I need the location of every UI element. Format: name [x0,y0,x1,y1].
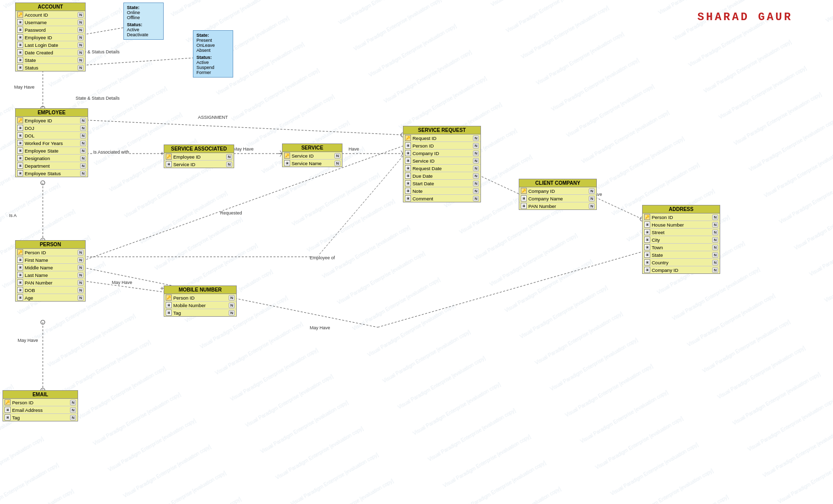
entity-mobile-number-row-0: 🔑 Person ID N [164,294,236,302]
key-icon: 🔑 [17,117,23,123]
field-icon: ▣ [17,287,23,293]
field-icon: ▣ [284,160,290,166]
field-icon: ▣ [17,264,23,270]
entity-service-request-header: SERVICE REQUEST [403,126,480,134]
entity-employee-row-0: 🔑 Employee ID N [16,117,88,124]
entity-client-company: CLIENT COMPANY 🔑 Company ID N ▣ Company … [519,179,597,210]
may-have-label-3: May Have [112,280,132,285]
entity-employee-row-4: ▣ Employee State N [16,147,88,155]
entity-service-request-row-1: ▣ Person ID N [403,142,480,150]
entity-person: PERSON 🔑 Person ID N ▣ First Name N ▣ Mi… [15,240,86,302]
field-icon: ▣ [521,203,527,209]
state-popup-2-line2: Present [196,38,230,43]
entity-service-associated-header: SERVICE ASSOCIATED [164,145,234,153]
entity-service-request-row-7: ▣ Note N [403,187,480,195]
entity-email-row-2: ▣ Tag N [3,414,78,421]
key-icon: 🔑 [521,188,527,194]
entity-address-row-3: ▣ City N [643,236,720,244]
entity-address-row-6: ▣ Country N [643,259,720,266]
may-have-label-2: May Have [233,147,254,152]
field-icon: ▣ [17,57,23,63]
field-icon: ▣ [644,267,650,273]
state-popup-2-line6: Active [196,60,230,65]
key-icon: 🔑 [166,154,172,160]
field-icon: ▣ [17,64,23,70]
field-icon: ▣ [17,163,23,169]
state-popup-1-line1: State: [127,5,160,10]
entity-mobile-number-header: MOBILE NUMBER [164,286,236,294]
entity-employee-row-5: ▣ Designation N [16,155,88,162]
entity-person-row-1: ▣ First Name N [16,256,85,264]
field-icon: ▣ [644,222,650,228]
field-icon: ▣ [644,259,650,265]
entity-person-header: PERSON [16,241,85,249]
state-popup-1-line2: Online [127,10,160,15]
field-icon: ▣ [17,125,23,131]
svg-point-28 [41,181,45,185]
state-popup-2-line3: OnLeave [196,43,230,48]
field-icon: ▣ [5,414,11,420]
entity-account-row-7: ▣ Status N [16,64,85,71]
entity-address-row-7: ▣ Company ID N [643,266,720,273]
may-have-label-1: May Have [14,85,35,90]
entity-mobile-number-row-1: ▣ Mobile Number N [164,302,236,309]
entity-account-row-6: ▣ State N [16,56,85,64]
entity-service-row-1: ▣ Service Name N [283,160,342,167]
field-icon: ▣ [166,302,172,308]
field-icon: ▣ [644,244,650,250]
state-status-details-label-2: State & Status Details [76,96,120,101]
entity-account-row-0: 🔑 Account ID N [16,11,85,19]
entity-person-row-5: ▣ DOB N [16,286,85,294]
state-popup-1-line3: Offline [127,15,160,20]
entity-email-row-1: ▣ Email Address N [3,406,78,414]
assignment-label: ASSIGNMENT [198,115,228,120]
key-icon: 🔑 [5,399,11,405]
entity-account-row-4: ▣ Last Login Date N [16,41,85,49]
field-icon: ▣ [405,173,411,179]
field-icon: ▣ [644,237,650,243]
is-a-label: Is A [9,213,17,218]
entity-account-row-5: ▣ Date Created N [16,49,85,56]
key-icon: 🔑 [166,295,172,301]
state-popup-1: State: Online Offline Status: Active Dea… [123,3,164,40]
svg-line-35 [317,156,403,257]
entity-account-row-1: ▣ Username N [16,19,85,26]
field-icon: ▣ [166,161,172,167]
key-icon: 🔑 [284,153,290,159]
field-icon: ▣ [405,188,411,194]
field-icon: ▣ [17,49,23,55]
requested-label: Requested [220,210,242,215]
entity-service-request-row-0: 🔑 Request ID N [403,134,480,142]
entity-address-header: ADDRESS [643,205,720,213]
entity-service-request-row-5: ▣ Due Date N [403,172,480,180]
field-icon: ▣ [17,27,23,33]
entity-service-request-row-6: ▣ Start Date N [403,180,480,187]
entity-service-request-row-2: ▣ Company ID N [403,150,480,157]
entity-service-request-row-3: ▣ Service ID N [403,157,480,165]
field-icon: ▣ [405,150,411,156]
entity-service-associated-row-1: ▣ Service ID N [164,161,234,168]
entity-service-request-row-8: ▣ Comment N [403,195,480,202]
entity-client-company-row-0: 🔑 Company ID N [519,187,596,195]
svg-line-30 [80,280,164,292]
entity-employee-row-3: ▣ Worked For Years N [16,139,88,147]
field-icon: ▣ [17,257,23,263]
entity-service-request-row-4: ▣ Request Date N [403,165,480,172]
entity-employee-row-2: ▣ DOL N [16,132,88,139]
field-icon: ▣ [644,252,650,258]
state-popup-1-line4: Status: [127,22,160,27]
state-popup-1-line6: Deactivate [127,32,160,37]
field-icon: ▣ [5,407,11,413]
entity-person-row-0: 🔑 Person ID N [16,249,85,256]
field-icon: ▣ [17,132,23,138]
state-popup-2-line8: Former [196,70,230,75]
field-icon: ▣ [405,158,411,164]
svg-line-6 [80,58,193,65]
key-icon: 🔑 [17,12,23,18]
entity-employee-row-7: ▣ Employee Status N [16,170,88,177]
entity-account-row-2: ▣ Password N [16,26,85,34]
entity-address-row-0: 🔑 Person ID N [643,213,720,221]
entity-employee-row-1: ▣ DOJ N [16,124,88,132]
key-icon: 🔑 [644,214,650,220]
field-icon: ▣ [17,272,23,278]
